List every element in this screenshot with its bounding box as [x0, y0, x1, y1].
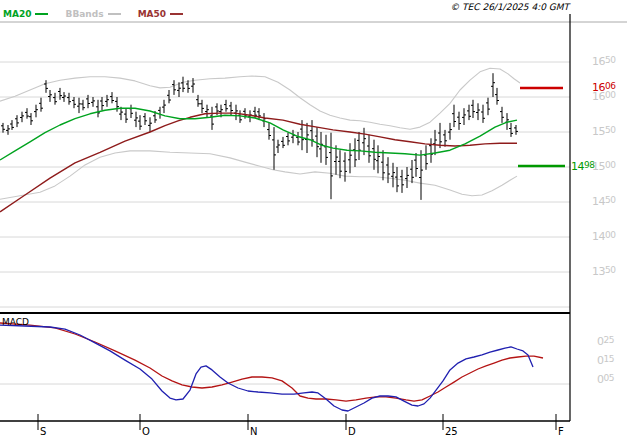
- ma50-line: [0, 113, 517, 212]
- month-label: D: [348, 426, 356, 437]
- price-axis-label: 1400: [592, 230, 615, 243]
- month-label: S: [40, 426, 46, 437]
- price-axis-label: 1350: [592, 265, 615, 278]
- macd-signal-line: [0, 323, 543, 401]
- macd-axis-label: 005: [597, 373, 614, 386]
- price-axis-label: 1550: [592, 125, 615, 138]
- month-label: F: [558, 426, 564, 437]
- bollinger-lower-line: [0, 151, 517, 199]
- price-axis-label: 1500: [592, 160, 615, 173]
- macd-axis-label: 025: [597, 335, 614, 348]
- macd-line: [0, 325, 533, 411]
- price-axis-label: 1600: [592, 90, 615, 103]
- stock-chart: MA20 BBands MA50 © TEC 26/1/2025 4:0 GMT…: [0, 0, 627, 440]
- support-level-label: 1498: [571, 160, 594, 173]
- price-axis-label: 1450: [592, 195, 615, 208]
- macd-panel-title: MACD: [2, 317, 29, 327]
- price-axis-label: 1650: [592, 55, 615, 68]
- month-label: N: [250, 426, 257, 437]
- chart-canvas: [0, 0, 627, 440]
- macd-axis-label: 015: [597, 354, 614, 367]
- month-label: O: [142, 426, 150, 437]
- candlesticks: [1, 73, 518, 200]
- month-label: 25: [445, 426, 458, 437]
